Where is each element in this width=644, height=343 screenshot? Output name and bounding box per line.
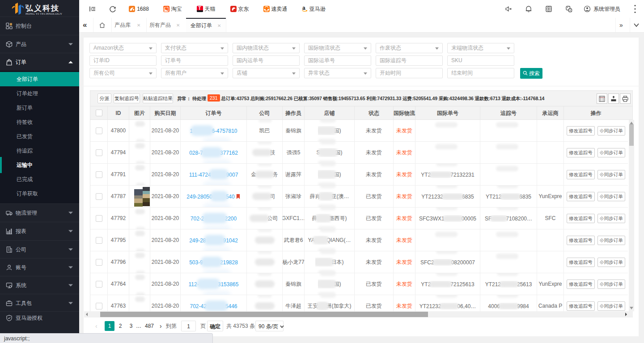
svg-text:HONG YI TECHNOLOGY: HONG YI TECHNOLOGY xyxy=(25,12,62,16)
svg-text:弘义科技: 弘义科技 xyxy=(25,4,59,13)
